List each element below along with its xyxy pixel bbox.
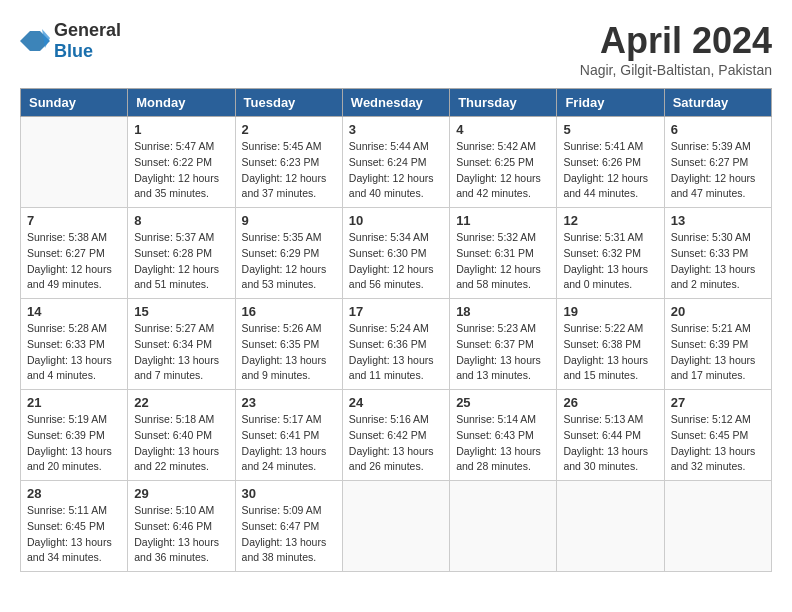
day-number: 13 [671, 213, 765, 228]
calendar-cell: 6Sunrise: 5:39 AM Sunset: 6:27 PM Daylig… [664, 117, 771, 208]
day-info: Sunrise: 5:45 AM Sunset: 6:23 PM Dayligh… [242, 139, 336, 202]
day-info: Sunrise: 5:41 AM Sunset: 6:26 PM Dayligh… [563, 139, 657, 202]
day-info: Sunrise: 5:13 AM Sunset: 6:44 PM Dayligh… [563, 412, 657, 475]
weekday-header: Wednesday [342, 89, 449, 117]
day-info: Sunrise: 5:30 AM Sunset: 6:33 PM Dayligh… [671, 230, 765, 293]
day-number: 16 [242, 304, 336, 319]
day-number: 17 [349, 304, 443, 319]
day-info: Sunrise: 5:47 AM Sunset: 6:22 PM Dayligh… [134, 139, 228, 202]
calendar-cell: 15Sunrise: 5:27 AM Sunset: 6:34 PM Dayli… [128, 299, 235, 390]
calendar-cell [664, 481, 771, 572]
day-number: 12 [563, 213, 657, 228]
calendar-cell: 7Sunrise: 5:38 AM Sunset: 6:27 PM Daylig… [21, 208, 128, 299]
day-info: Sunrise: 5:42 AM Sunset: 6:25 PM Dayligh… [456, 139, 550, 202]
day-number: 27 [671, 395, 765, 410]
day-number: 25 [456, 395, 550, 410]
day-number: 2 [242, 122, 336, 137]
day-number: 18 [456, 304, 550, 319]
calendar-week-row: 28Sunrise: 5:11 AM Sunset: 6:45 PM Dayli… [21, 481, 772, 572]
day-info: Sunrise: 5:34 AM Sunset: 6:30 PM Dayligh… [349, 230, 443, 293]
calendar-cell: 12Sunrise: 5:31 AM Sunset: 6:32 PM Dayli… [557, 208, 664, 299]
day-info: Sunrise: 5:21 AM Sunset: 6:39 PM Dayligh… [671, 321, 765, 384]
title-block: April 2024 Nagir, Gilgit-Baltistan, Paki… [580, 20, 772, 78]
calendar-cell: 26Sunrise: 5:13 AM Sunset: 6:44 PM Dayli… [557, 390, 664, 481]
day-info: Sunrise: 5:12 AM Sunset: 6:45 PM Dayligh… [671, 412, 765, 475]
location-subtitle: Nagir, Gilgit-Baltistan, Pakistan [580, 62, 772, 78]
day-info: Sunrise: 5:26 AM Sunset: 6:35 PM Dayligh… [242, 321, 336, 384]
day-info: Sunrise: 5:37 AM Sunset: 6:28 PM Dayligh… [134, 230, 228, 293]
day-number: 9 [242, 213, 336, 228]
calendar-week-row: 7Sunrise: 5:38 AM Sunset: 6:27 PM Daylig… [21, 208, 772, 299]
day-info: Sunrise: 5:31 AM Sunset: 6:32 PM Dayligh… [563, 230, 657, 293]
day-number: 11 [456, 213, 550, 228]
day-info: Sunrise: 5:24 AM Sunset: 6:36 PM Dayligh… [349, 321, 443, 384]
logo-general: General [54, 20, 121, 40]
day-info: Sunrise: 5:28 AM Sunset: 6:33 PM Dayligh… [27, 321, 121, 384]
day-info: Sunrise: 5:23 AM Sunset: 6:37 PM Dayligh… [456, 321, 550, 384]
calendar-cell: 22Sunrise: 5:18 AM Sunset: 6:40 PM Dayli… [128, 390, 235, 481]
day-info: Sunrise: 5:39 AM Sunset: 6:27 PM Dayligh… [671, 139, 765, 202]
calendar-cell [450, 481, 557, 572]
day-info: Sunrise: 5:27 AM Sunset: 6:34 PM Dayligh… [134, 321, 228, 384]
calendar-header-row: SundayMondayTuesdayWednesdayThursdayFrid… [21, 89, 772, 117]
day-number: 14 [27, 304, 121, 319]
day-number: 22 [134, 395, 228, 410]
calendar-cell: 20Sunrise: 5:21 AM Sunset: 6:39 PM Dayli… [664, 299, 771, 390]
logo: General Blue [20, 20, 121, 62]
calendar-cell [342, 481, 449, 572]
calendar-cell: 10Sunrise: 5:34 AM Sunset: 6:30 PM Dayli… [342, 208, 449, 299]
calendar-cell: 21Sunrise: 5:19 AM Sunset: 6:39 PM Dayli… [21, 390, 128, 481]
day-number: 3 [349, 122, 443, 137]
calendar-cell [21, 117, 128, 208]
calendar-cell: 28Sunrise: 5:11 AM Sunset: 6:45 PM Dayli… [21, 481, 128, 572]
logo-blue: Blue [54, 41, 93, 61]
day-info: Sunrise: 5:14 AM Sunset: 6:43 PM Dayligh… [456, 412, 550, 475]
day-number: 26 [563, 395, 657, 410]
calendar-cell: 14Sunrise: 5:28 AM Sunset: 6:33 PM Dayli… [21, 299, 128, 390]
day-info: Sunrise: 5:44 AM Sunset: 6:24 PM Dayligh… [349, 139, 443, 202]
calendar-cell: 23Sunrise: 5:17 AM Sunset: 6:41 PM Dayli… [235, 390, 342, 481]
day-number: 23 [242, 395, 336, 410]
day-number: 21 [27, 395, 121, 410]
calendar-cell: 19Sunrise: 5:22 AM Sunset: 6:38 PM Dayli… [557, 299, 664, 390]
weekday-header: Friday [557, 89, 664, 117]
day-info: Sunrise: 5:38 AM Sunset: 6:27 PM Dayligh… [27, 230, 121, 293]
calendar-cell: 17Sunrise: 5:24 AM Sunset: 6:36 PM Dayli… [342, 299, 449, 390]
calendar-cell: 2Sunrise: 5:45 AM Sunset: 6:23 PM Daylig… [235, 117, 342, 208]
calendar-cell: 25Sunrise: 5:14 AM Sunset: 6:43 PM Dayli… [450, 390, 557, 481]
logo-icon [20, 26, 50, 56]
weekday-header: Sunday [21, 89, 128, 117]
day-number: 10 [349, 213, 443, 228]
day-number: 8 [134, 213, 228, 228]
day-number: 29 [134, 486, 228, 501]
calendar-cell: 13Sunrise: 5:30 AM Sunset: 6:33 PM Dayli… [664, 208, 771, 299]
day-number: 4 [456, 122, 550, 137]
calendar-cell: 9Sunrise: 5:35 AM Sunset: 6:29 PM Daylig… [235, 208, 342, 299]
day-info: Sunrise: 5:09 AM Sunset: 6:47 PM Dayligh… [242, 503, 336, 566]
day-number: 7 [27, 213, 121, 228]
day-info: Sunrise: 5:18 AM Sunset: 6:40 PM Dayligh… [134, 412, 228, 475]
weekday-header: Monday [128, 89, 235, 117]
day-info: Sunrise: 5:16 AM Sunset: 6:42 PM Dayligh… [349, 412, 443, 475]
day-info: Sunrise: 5:10 AM Sunset: 6:46 PM Dayligh… [134, 503, 228, 566]
day-info: Sunrise: 5:35 AM Sunset: 6:29 PM Dayligh… [242, 230, 336, 293]
page-header: General Blue April 2024 Nagir, Gilgit-Ba… [20, 20, 772, 78]
calendar-cell: 18Sunrise: 5:23 AM Sunset: 6:37 PM Dayli… [450, 299, 557, 390]
day-number: 6 [671, 122, 765, 137]
calendar-cell: 30Sunrise: 5:09 AM Sunset: 6:47 PM Dayli… [235, 481, 342, 572]
calendar-cell: 1Sunrise: 5:47 AM Sunset: 6:22 PM Daylig… [128, 117, 235, 208]
day-info: Sunrise: 5:22 AM Sunset: 6:38 PM Dayligh… [563, 321, 657, 384]
day-info: Sunrise: 5:17 AM Sunset: 6:41 PM Dayligh… [242, 412, 336, 475]
day-number: 15 [134, 304, 228, 319]
calendar-cell: 3Sunrise: 5:44 AM Sunset: 6:24 PM Daylig… [342, 117, 449, 208]
calendar-week-row: 1Sunrise: 5:47 AM Sunset: 6:22 PM Daylig… [21, 117, 772, 208]
day-number: 1 [134, 122, 228, 137]
weekday-header: Thursday [450, 89, 557, 117]
day-info: Sunrise: 5:11 AM Sunset: 6:45 PM Dayligh… [27, 503, 121, 566]
calendar-table: SundayMondayTuesdayWednesdayThursdayFrid… [20, 88, 772, 572]
weekday-header: Tuesday [235, 89, 342, 117]
day-number: 5 [563, 122, 657, 137]
calendar-cell: 27Sunrise: 5:12 AM Sunset: 6:45 PM Dayli… [664, 390, 771, 481]
day-info: Sunrise: 5:19 AM Sunset: 6:39 PM Dayligh… [27, 412, 121, 475]
calendar-week-row: 14Sunrise: 5:28 AM Sunset: 6:33 PM Dayli… [21, 299, 772, 390]
